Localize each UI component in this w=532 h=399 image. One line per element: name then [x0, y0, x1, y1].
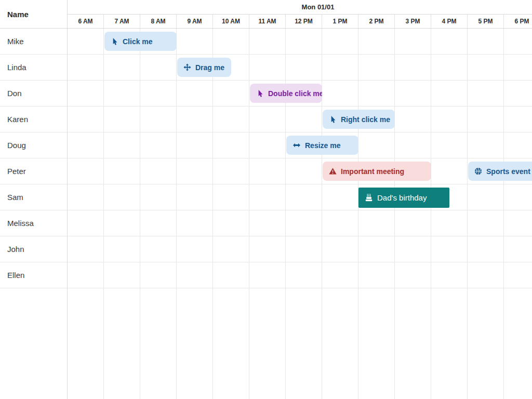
schedule-row-karen[interactable] [68, 107, 532, 132]
schedule-row-john[interactable] [68, 236, 532, 262]
cursor-icon [111, 37, 118, 45]
time-header-5pm: 5 PM [468, 15, 504, 28]
schedule-row-sam[interactable] [68, 184, 532, 210]
birthday-cake-icon [365, 194, 373, 202]
event-click-me[interactable]: Click me [104, 32, 177, 51]
date-label: Mon 01/01 [68, 0, 532, 14]
time-header-6am: 6 AM [68, 15, 104, 28]
schedule-row-peter[interactable] [68, 158, 532, 184]
event-drag-me[interactable]: Drag me [177, 58, 231, 77]
schedule-row-linda[interactable] [68, 55, 532, 81]
time-header-row: 6 AM 7 AM 8 AM 9 AM 10 AM 11 AM 12 PM 1 … [68, 15, 532, 29]
time-header-11am: 11 AM [249, 15, 286, 28]
date-header-row: Mon 01/01 [68, 0, 532, 15]
event-resize-me[interactable]: Resize me [286, 136, 358, 155]
resource-label-doug: Doug [0, 132, 67, 158]
event-dads-birthday[interactable]: Dad's birthday [358, 188, 449, 208]
event-label: Important meeting [341, 167, 404, 176]
time-header-4pm: 4 PM [431, 15, 468, 28]
time-header-8am: 8 AM [140, 15, 177, 28]
resource-column: Name Mike Linda Don Karen Doug Peter Sam… [0, 0, 68, 399]
ball-icon [474, 167, 482, 175]
move-icon [183, 63, 191, 71]
resource-label-sam: Sam [0, 184, 67, 210]
event-label: Drag me [195, 63, 224, 72]
resource-label-karen: Karen [0, 107, 67, 132]
time-header-1pm: 1 PM [322, 15, 358, 28]
timeline-header: Mon 01/01 6 AM 7 AM 8 AM 9 AM 10 AM 11 A… [68, 0, 532, 29]
event-label: Right click me [341, 115, 390, 124]
resource-label-linda: Linda [0, 55, 67, 81]
event-label: Click me [123, 37, 153, 46]
event-double-click-me[interactable]: Double click me [250, 84, 322, 103]
event-label: Double click me [268, 89, 322, 98]
event-label: Dad's birthday [377, 193, 427, 202]
cursor-icon [256, 89, 264, 97]
resource-label-john: John [0, 236, 67, 262]
schedule-grid: Click me Drag me Double click me Right c… [68, 29, 532, 399]
time-header-10am: 10 AM [213, 15, 249, 28]
schedule-row-melissa[interactable] [68, 210, 532, 236]
time-header-2pm: 2 PM [358, 15, 395, 28]
time-header-9am: 9 AM [177, 15, 213, 28]
resource-label-peter: Peter [0, 158, 67, 184]
event-right-click-me[interactable]: Right click me [323, 110, 395, 129]
event-sports-event[interactable]: Sports event [468, 162, 532, 181]
time-header-12pm: 12 PM [286, 15, 322, 28]
event-label: Resize me [305, 141, 340, 150]
resize-horizontal-icon [292, 141, 301, 149]
event-important-meeting[interactable]: Important meeting [323, 162, 431, 181]
event-label: Sports event [486, 167, 530, 176]
resource-label-melissa: Melissa [0, 210, 67, 236]
resource-label-mike: Mike [0, 29, 67, 55]
time-header-7am: 7 AM [104, 15, 140, 28]
cursor-icon [329, 115, 337, 123]
schedule-row-ellen[interactable] [68, 262, 532, 288]
warning-icon [329, 167, 337, 175]
resource-label-don: Don [0, 81, 67, 107]
time-header-3pm: 3 PM [395, 15, 431, 28]
time-header-6pm: 6 PM [504, 15, 532, 28]
name-column-header: Name [0, 0, 67, 29]
resource-label-ellen: Ellen [0, 262, 67, 288]
